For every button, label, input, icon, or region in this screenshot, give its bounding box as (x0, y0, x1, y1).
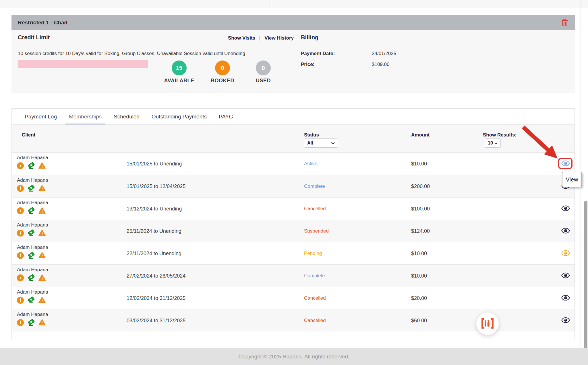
view-history-link[interactable]: View History (264, 35, 294, 41)
view-eye-button[interactable] (559, 293, 572, 303)
summary-panel: Credit Limit Show Visits | View History … (11, 30, 575, 93)
tab-scheduled[interactable]: Scheduled (108, 109, 146, 124)
warning-icon[interactable] (38, 162, 46, 169)
tab-payg[interactable]: PAYG (213, 109, 239, 124)
view-eye-button[interactable] (559, 159, 572, 169)
tab-outstanding-payments[interactable]: Outstanding Payments (146, 109, 213, 124)
tab-memberships[interactable]: Memberships (63, 109, 108, 124)
client-name: Adam Hapana (17, 245, 48, 250)
show-visits-link[interactable]: Show Visits (228, 35, 255, 41)
counter-used: 0 USED (243, 60, 283, 84)
view-eye-button[interactable] (559, 316, 572, 325)
membership-row: Adam Hapana i (12, 197, 575, 220)
info-icon[interactable]: i (17, 185, 24, 192)
counter-circle: 0 (215, 60, 230, 75)
view-eye-button[interactable] (559, 271, 572, 281)
payment-icon[interactable] (28, 252, 35, 259)
membership-dates: 12/02/2024 to 31/12/2025 (127, 295, 185, 301)
membership-status: Cancelled (304, 295, 326, 301)
delete-membership-button[interactable] (561, 19, 568, 26)
payment-icon[interactable] (28, 296, 35, 304)
membership-row: Adam Hapana i (12, 153, 575, 175)
client-name: Adam Hapana (17, 312, 48, 317)
membership-amount: $200.00 (411, 183, 430, 189)
info-icon[interactable]: i (17, 207, 24, 214)
membership-dates: 13/12/2024 to Unending (127, 206, 182, 212)
info-icon[interactable]: i (17, 297, 24, 304)
price-value: $109.00 (372, 62, 389, 67)
membership-dates: 27/02/2024 to 26/05/2024 (127, 273, 185, 279)
membership-status: Suspended (304, 228, 329, 234)
warning-icon[interactable] (38, 207, 46, 214)
eye-icon (561, 160, 570, 167)
billing-divider (301, 46, 572, 46)
eye-icon (561, 250, 570, 257)
membership-dates: 03/02/2024 to 31/12/2025 (127, 317, 185, 323)
warning-icon[interactable] (38, 185, 46, 192)
membership-status: Cancelled (304, 206, 326, 212)
membership-dates: 25/11/2024 to Unending (127, 228, 181, 234)
amount-column-header: Amount (411, 132, 430, 138)
credit-limit-title: Credit Limit (18, 34, 50, 41)
client-name: Adam Hapana (17, 177, 48, 183)
view-eye-button[interactable] (559, 226, 572, 236)
warning-icon[interactable] (38, 319, 46, 326)
membership-amount: $10.00 (411, 250, 427, 256)
info-icon[interactable]: i (17, 274, 24, 281)
client-name: Adam Hapana (17, 155, 48, 161)
membership-dates: 22/11/2024 to Unending (127, 250, 181, 256)
payment-icon[interactable] (28, 274, 35, 281)
membership-rows: Adam Hapana i (12, 153, 575, 331)
payment-icon[interactable] (28, 229, 35, 237)
membership-amount: $124.00 (411, 228, 430, 234)
membership-amount: $20.00 (411, 295, 427, 301)
counter-available: 15 AVAILABLE (159, 60, 199, 84)
billing-title: Billing (301, 34, 318, 41)
status-select[interactable]: All (304, 138, 338, 148)
payment-icon[interactable] (28, 319, 35, 326)
eye-icon (561, 272, 570, 279)
chevron-down-icon (494, 140, 498, 146)
tab-payment-log[interactable]: Payment Log (19, 109, 63, 124)
eye-icon (561, 205, 570, 212)
view-tooltip: View (562, 172, 582, 187)
warning-icon[interactable] (38, 229, 46, 237)
status-column-header: Status (304, 132, 319, 138)
page-scrollbar[interactable] (584, 201, 587, 365)
payment-icon[interactable] (28, 185, 35, 192)
info-icon[interactable]: i (17, 319, 24, 326)
membership-status: Complete (304, 184, 325, 189)
eye-icon (561, 228, 570, 235)
client-name: Adam Hapana (17, 267, 48, 273)
membership-amount: $60.00 (411, 317, 427, 323)
table-filter-row: Client Status All Amount Show Results: 1… (12, 125, 575, 153)
membership-dates: 15/01/2025 to 12/04/2025 (127, 183, 185, 189)
info-icon[interactable]: i (17, 230, 24, 237)
membership-amount: $100.00 (411, 206, 430, 212)
client-name: Adam Hapana (17, 200, 48, 206)
page: Restricted 1 - Chad Credit Limit Show Vi… (0, 0, 588, 365)
show-results-select[interactable]: 10 (485, 138, 501, 148)
membership-header-bar: Restricted 1 - Chad (11, 15, 575, 30)
warning-icon[interactable] (38, 274, 46, 281)
view-eye-button[interactable] (559, 249, 572, 258)
show-results-value: 10 (488, 140, 493, 146)
tabs: Payment LogMembershipsScheduledOutstandi… (12, 109, 575, 125)
client-name: Adam Hapana (17, 222, 48, 228)
info-icon[interactable]: i (17, 252, 24, 259)
view-eye-button[interactable] (559, 204, 572, 214)
price-label: Price: (301, 62, 314, 67)
membership-row: Adam Hapana i (12, 242, 575, 264)
footer: Copyright © 2025 Hapana. All rights rese… (0, 348, 588, 365)
credit-links: Show Visits | View History (228, 35, 294, 41)
membership-amount: $10.00 (411, 273, 427, 279)
eye-icon (561, 295, 570, 302)
payment-icon[interactable] (28, 207, 35, 214)
payment-icon[interactable] (28, 162, 35, 169)
warning-icon[interactable] (38, 252, 46, 259)
warning-icon[interactable] (38, 296, 46, 304)
membership-status: Active (304, 161, 317, 167)
info-icon[interactable]: i (17, 162, 24, 169)
show-results-label: Show Results: (483, 132, 517, 138)
barcode-scan-button[interactable] (476, 313, 499, 335)
